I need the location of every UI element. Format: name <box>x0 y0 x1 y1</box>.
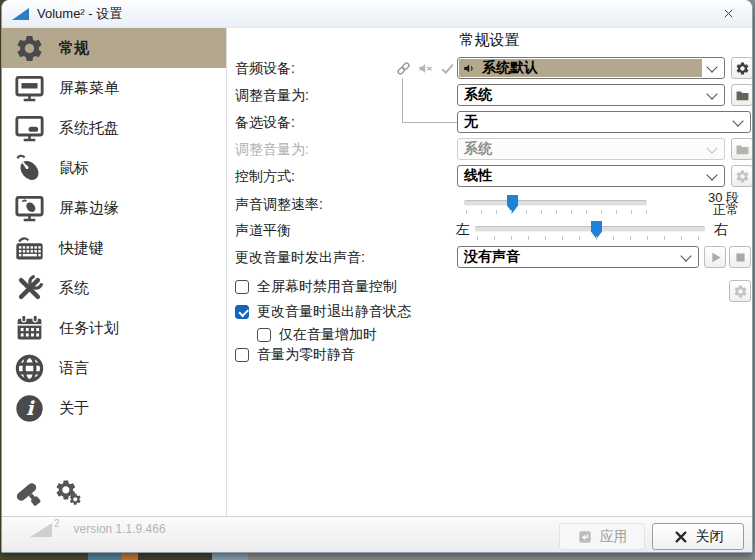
version-text: version 1.1.9.466 <box>74 522 166 536</box>
chevron-down-icon <box>706 169 717 180</box>
fallback-device-label: 备选设备: <box>235 114 295 132</box>
sidebar-item-label: 快捷键 <box>59 239 104 258</box>
sidebar-item-general[interactable]: 常规 <box>2 28 226 68</box>
change-sound-value: 没有声音 <box>459 248 520 266</box>
fallback-device-dropdown[interactable]: 无 <box>457 111 751 133</box>
mouse-icon <box>14 153 45 184</box>
checkbox-only-on-increase[interactable]: 仅在音量增加时 <box>257 326 377 344</box>
control-method-settings-button[interactable] <box>731 165 753 187</box>
mute-icon[interactable] <box>415 58 435 78</box>
audio-device-settings-button[interactable] <box>731 57 753 79</box>
page-title: 常规设置 <box>227 31 752 50</box>
balance-slider-track[interactable] <box>475 226 705 232</box>
adjust-volume-alt-browse-button <box>731 138 753 160</box>
sidebar-item-mouse[interactable]: 鼠标 <box>2 148 226 188</box>
audio-device-label: 音频设备: <box>235 60 295 78</box>
sidebar-item-scheduler[interactable]: 任务计划 <box>2 308 226 348</box>
link-connector-line <box>402 78 457 123</box>
sidebar-item-language[interactable]: 语言 <box>2 348 226 388</box>
sidebar-item-label: 屏幕边缘 <box>59 199 119 218</box>
sidebar-item-label: 关于 <box>59 399 89 418</box>
rate-slider-track[interactable] <box>464 200 647 206</box>
screen-edge-icon <box>14 193 45 224</box>
chevron-down-icon <box>706 88 717 99</box>
title-bar: Volume² - 设置 <box>2 0 752 28</box>
change-sound-label: 更改音量时发出声音: <box>235 249 365 267</box>
adjust-volume-label: 调整音量为: <box>235 87 309 105</box>
speaker-icon <box>462 61 477 76</box>
screen-menu-icon <box>14 73 45 104</box>
apply-button: 应用 <box>559 523 645 550</box>
extra-settings-button[interactable] <box>729 280 751 302</box>
adjust-volume-alt-value: 系统 <box>459 140 492 158</box>
chevron-down-icon <box>680 250 691 261</box>
chevron-down-icon <box>732 115 743 126</box>
checkbox-icon <box>235 348 249 362</box>
rate-label: 声音调整速率: <box>235 196 323 214</box>
adjust-volume-dropdown[interactable]: 系统 <box>457 84 725 106</box>
general-settings-pane: 常规设置 音频设备: 调整音量为: 备选设备: 调整音量为: 控制方式: 声音调… <box>227 28 752 516</box>
globe-icon <box>14 353 45 384</box>
balance-slider-ticks <box>477 236 705 240</box>
checkbox-icon <box>235 280 249 294</box>
control-method-value: 线性 <box>459 167 492 185</box>
balance-left-label: 左 <box>456 221 470 239</box>
audio-device-dropdown[interactable]: 系统默认 <box>457 57 725 79</box>
window-close-button[interactable] <box>712 3 744 24</box>
keyboard-icon <box>14 233 45 264</box>
adjust-volume-browse-button[interactable] <box>731 84 753 106</box>
sidebar-item-label: 常规 <box>59 39 89 58</box>
sidebar-item-label: 鼠标 <box>59 159 89 178</box>
app-logo-icon <box>12 8 29 20</box>
sidebar-item-system-tray[interactable]: 系统托盘 <box>2 108 226 148</box>
system-tray-icon <box>14 113 45 144</box>
sidebar-item-screen-menu[interactable]: 屏幕菜单 <box>2 68 226 108</box>
adjust-volume-alt-dropdown: 系统 <box>457 138 725 160</box>
enter-icon <box>577 529 593 545</box>
adjust-volume-alt-label: 调整音量为: <box>235 141 309 159</box>
folder-icon <box>735 142 750 157</box>
sidebar-item-label: 屏幕菜单 <box>59 79 119 98</box>
sidebar-item-hotkeys[interactable]: 快捷键 <box>2 228 226 268</box>
sidebar-item-screen-edge[interactable]: 屏幕边缘 <box>2 188 226 228</box>
audio-device-value: 系统默认 <box>477 59 538 77</box>
chevron-down-icon <box>706 142 717 153</box>
stop-sound-button[interactable] <box>729 246 751 268</box>
gear-icon <box>735 61 750 76</box>
balance-label: 声道平衡 <box>235 222 291 240</box>
x-icon <box>673 529 689 545</box>
gear-icon <box>733 284 748 299</box>
info-icon <box>14 393 45 424</box>
gear-icon <box>14 33 45 64</box>
check-icon[interactable] <box>437 58 457 78</box>
change-sound-dropdown[interactable]: 没有声音 <box>457 246 699 268</box>
sidebar-item-system[interactable]: 系统 <box>2 268 226 308</box>
checkbox-unmute-on-change[interactable]: 更改音量时退出静音状态 <box>235 303 411 321</box>
tools-icon <box>14 273 45 304</box>
fallback-device-value: 无 <box>459 113 478 131</box>
window-title: Volume² - 设置 <box>37 5 122 23</box>
gear-icon <box>735 169 750 184</box>
rate-value: 30 段 正常 <box>675 192 739 216</box>
link-icon[interactable] <box>393 58 413 78</box>
logo-superscript: 2 <box>54 518 60 529</box>
chevron-down-icon <box>706 61 717 72</box>
gears-icon[interactable] <box>54 478 84 508</box>
sidebar-item-about[interactable]: 关于 <box>2 388 226 428</box>
checkbox-mute-at-zero[interactable]: 音量为零时静音 <box>235 346 355 364</box>
calendar-icon <box>14 313 45 344</box>
checkbox-disable-fullscreen[interactable]: 全屏幕时禁用音量控制 <box>235 278 397 296</box>
paint-roller-icon[interactable] <box>14 478 44 508</box>
close-button[interactable]: 关闭 <box>652 523 744 550</box>
balance-right-label: 右 <box>714 221 728 239</box>
rate-slider-ticks <box>466 210 647 214</box>
checkbox-checked-icon <box>235 305 249 319</box>
sidebar: 常规 屏幕菜单 系统托盘 鼠标 屏幕边缘 快捷键 <box>2 28 227 516</box>
sidebar-item-label: 系统托盘 <box>59 119 119 138</box>
play-sound-button[interactable] <box>704 246 726 268</box>
status-bar: 2 version 1.1.9.466 应用 关闭 <box>2 516 752 553</box>
sidebar-item-label: 任务计划 <box>59 319 119 338</box>
folder-icon <box>735 88 750 103</box>
settings-window: Volume² - 设置 常规 屏幕菜单 系统托盘 鼠标 屏幕边缘 <box>1 0 753 553</box>
control-method-dropdown[interactable]: 线性 <box>457 165 725 187</box>
